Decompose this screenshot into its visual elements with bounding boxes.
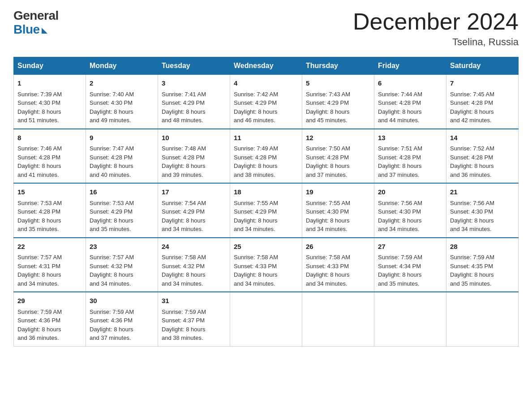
sunset-text: Sunset: 4:34 PM [378, 263, 421, 270]
sunset-text: Sunset: 4:29 PM [90, 208, 133, 215]
table-row: 27 Sunrise: 7:59 AM Sunset: 4:34 PM Dayl… [374, 238, 446, 292]
daylight-text: Daylight: 8 hours [306, 163, 350, 169]
day-number: 17 [162, 187, 226, 197]
table-row: 16 Sunrise: 7:53 AM Sunset: 4:29 PM Dayl… [86, 183, 158, 238]
sunset-text: Sunset: 4:30 PM [17, 99, 60, 106]
daylight-text: Daylight: 8 hours [378, 271, 422, 278]
daylight-minutes: and 35 minutes. [90, 226, 131, 232]
daylight-minutes: and 34 minutes. [17, 280, 59, 287]
title-block: December 2024 Tselina, Russia [353, 9, 519, 48]
daylight-text: Daylight: 8 hours [378, 163, 422, 169]
sunset-text: Sunset: 4:36 PM [17, 317, 60, 324]
daylight-text: Daylight: 8 hours [90, 163, 133, 169]
sunset-text: Sunset: 4:29 PM [234, 208, 277, 215]
table-row: 14 Sunrise: 7:52 AM Sunset: 4:28 PM Dayl… [446, 129, 519, 184]
sunset-text: Sunset: 4:28 PM [17, 208, 60, 215]
table-row: 18 Sunrise: 7:55 AM Sunset: 4:29 PM Dayl… [230, 183, 302, 238]
table-row [230, 292, 302, 346]
daylight-minutes: and 37 minutes. [306, 171, 348, 178]
sunset-text: Sunset: 4:30 PM [450, 208, 493, 215]
daylight-minutes: and 40 minutes. [90, 171, 131, 178]
sunrise-text: Sunrise: 7:55 AM [306, 200, 350, 206]
sunrise-text: Sunrise: 7:59 AM [17, 308, 62, 315]
sunrise-text: Sunrise: 7:48 AM [162, 145, 206, 152]
table-row: 10 Sunrise: 7:48 AM Sunset: 4:28 PM Dayl… [158, 129, 230, 184]
daylight-text: Daylight: 8 hours [234, 163, 278, 169]
sunrise-text: Sunrise: 7:59 AM [90, 308, 134, 315]
daylight-minutes: and 44 minutes. [378, 117, 420, 124]
col-friday: Friday [374, 57, 446, 75]
daylight-minutes: and 34 minutes. [162, 280, 203, 287]
day-number: 2 [90, 78, 154, 89]
daylight-text: Daylight: 8 hours [162, 326, 206, 333]
day-number: 25 [234, 242, 298, 252]
daylight-minutes: and 35 minutes. [17, 226, 59, 232]
sunset-text: Sunset: 4:30 PM [90, 99, 133, 106]
daylight-minutes: and 34 minutes. [306, 226, 348, 232]
sunset-text: Sunset: 4:30 PM [306, 208, 349, 215]
sunrise-text: Sunrise: 7:50 AM [306, 145, 350, 152]
table-row: 29 Sunrise: 7:59 AM Sunset: 4:36 PM Dayl… [14, 292, 86, 346]
daylight-text: Daylight: 8 hours [450, 217, 494, 224]
daylight-minutes: and 34 minutes. [90, 280, 131, 287]
day-number: 15 [17, 187, 82, 197]
page-header: General Blue December 2024 Tselina, Russ… [13, 9, 519, 48]
sunrise-text: Sunrise: 7:56 AM [378, 200, 422, 206]
daylight-text: Daylight: 8 hours [17, 326, 61, 333]
table-row: 24 Sunrise: 7:58 AM Sunset: 4:32 PM Dayl… [158, 238, 230, 292]
sunrise-text: Sunrise: 7:44 AM [378, 91, 422, 98]
day-number: 13 [378, 133, 442, 143]
sunrise-text: Sunrise: 7:53 AM [17, 200, 62, 206]
daylight-text: Daylight: 8 hours [17, 108, 61, 115]
daylight-minutes: and 34 minutes. [378, 226, 420, 232]
sunrise-text: Sunrise: 7:52 AM [450, 145, 494, 152]
day-number: 4 [234, 78, 298, 89]
table-row: 19 Sunrise: 7:55 AM Sunset: 4:30 PM Dayl… [302, 183, 374, 238]
daylight-text: Daylight: 8 hours [306, 108, 350, 115]
day-number: 30 [90, 296, 154, 306]
day-number: 5 [306, 78, 370, 89]
sunrise-text: Sunrise: 7:56 AM [450, 200, 494, 206]
daylight-text: Daylight: 8 hours [162, 163, 206, 169]
sunset-text: Sunset: 4:29 PM [162, 99, 205, 106]
table-row [374, 292, 446, 346]
daylight-minutes: and 45 minutes. [306, 117, 348, 124]
daylight-text: Daylight: 8 hours [17, 163, 61, 169]
table-row: 6 Sunrise: 7:44 AM Sunset: 4:28 PM Dayli… [374, 75, 446, 129]
daylight-text: Daylight: 8 hours [234, 271, 278, 278]
sunset-text: Sunset: 4:29 PM [234, 99, 277, 106]
sunset-text: Sunset: 4:28 PM [378, 99, 421, 106]
daylight-minutes: and 48 minutes. [162, 117, 203, 124]
table-row: 3 Sunrise: 7:41 AM Sunset: 4:29 PM Dayli… [158, 75, 230, 129]
sunrise-text: Sunrise: 7:47 AM [90, 145, 134, 152]
table-row: 17 Sunrise: 7:54 AM Sunset: 4:29 PM Dayl… [158, 183, 230, 238]
day-number: 10 [162, 133, 226, 143]
table-row: 13 Sunrise: 7:51 AM Sunset: 4:28 PM Dayl… [374, 129, 446, 184]
sunset-text: Sunset: 4:36 PM [90, 317, 133, 324]
daylight-minutes: and 35 minutes. [450, 280, 492, 287]
day-number: 9 [90, 133, 154, 143]
table-row: 23 Sunrise: 7:57 AM Sunset: 4:32 PM Dayl… [86, 238, 158, 292]
table-row: 25 Sunrise: 7:58 AM Sunset: 4:33 PM Dayl… [230, 238, 302, 292]
daylight-minutes: and 36 minutes. [450, 171, 492, 178]
sunset-text: Sunset: 4:28 PM [306, 154, 349, 161]
daylight-minutes: and 49 minutes. [90, 117, 131, 124]
table-row: 8 Sunrise: 7:46 AM Sunset: 4:28 PM Dayli… [14, 129, 86, 184]
col-saturday: Saturday [446, 57, 519, 75]
table-row: 4 Sunrise: 7:42 AM Sunset: 4:29 PM Dayli… [230, 75, 302, 129]
sunrise-text: Sunrise: 7:42 AM [234, 91, 278, 98]
day-number: 28 [450, 242, 515, 252]
table-row: 20 Sunrise: 7:56 AM Sunset: 4:30 PM Dayl… [374, 183, 446, 238]
sunset-text: Sunset: 4:29 PM [162, 208, 205, 215]
day-number: 24 [162, 242, 226, 252]
table-row: 28 Sunrise: 7:59 AM Sunset: 4:35 PM Dayl… [446, 238, 519, 292]
sunrise-text: Sunrise: 7:59 AM [450, 254, 494, 261]
sunset-text: Sunset: 4:28 PM [90, 154, 133, 161]
col-wednesday: Wednesday [230, 57, 302, 75]
sunset-text: Sunset: 4:28 PM [450, 154, 493, 161]
sunset-text: Sunset: 4:32 PM [90, 263, 133, 270]
day-number: 22 [17, 242, 82, 252]
calendar-week-2: 8 Sunrise: 7:46 AM Sunset: 4:28 PM Dayli… [14, 129, 519, 184]
daylight-text: Daylight: 8 hours [378, 217, 422, 224]
table-row: 7 Sunrise: 7:45 AM Sunset: 4:28 PM Dayli… [446, 75, 519, 129]
